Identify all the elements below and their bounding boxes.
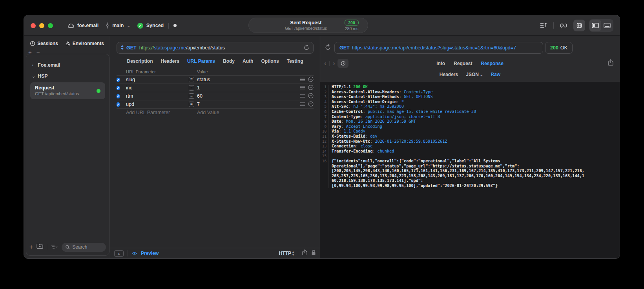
url-params-table: URL Parameter Value ✓slug=status✓inc=1✓r… [117,68,314,116]
code-line: 15 [320,154,620,159]
param-name-field[interactable]: slug [126,77,189,82]
request-list-item[interactable]: Request GET /api/embed/status [30,82,105,99]
response-viewer: GET https://statuspage.me/api/embed/stat… [320,36,620,258]
toolbar-divider [553,22,554,29]
line-content: X-Status-Now-Utc: 2026-01-26T20:29:59.85… [329,139,620,144]
add-value-placeholder[interactable]: Add Value [189,110,296,115]
export-response-icon[interactable] [608,59,613,67]
new-request-button[interactable]: + [29,244,33,251]
sync-status[interactable]: Synced [146,23,164,28]
toolbar-transfer-icon[interactable] [573,20,585,31]
param-value-field[interactable]: 60 [197,93,203,99]
line-number: 10 [320,129,329,134]
line-number: 6 [320,109,329,115]
code-line: 11X-Status-Build: dev [320,134,620,139]
remove-row-icon[interactable] [308,76,314,83]
drag-handle-icon[interactable] [300,77,305,82]
param-value-field[interactable]: 7 [197,102,200,107]
param-name-field[interactable]: rtm [126,93,189,99]
protocol-selector[interactable]: HTTP ▴▾ [279,251,294,256]
close-window-button[interactable] [31,23,36,28]
sort-list-icon[interactable] [51,244,58,251]
resend-icon[interactable] [325,44,331,52]
branch-chevron-icon[interactable]: ⌄ [127,24,130,28]
drag-handle-icon[interactable] [300,85,305,91]
response-status-code: 200 [550,45,558,51]
traffic-lights [31,23,53,28]
search-input[interactable]: Search [62,243,106,252]
editor-tab-options[interactable]: Options [261,58,279,64]
sessions-panel: › Foe.email ⌄ HSP Request GET /api/embed… [26,54,109,256]
response-subtab-headers[interactable]: Headers [440,72,458,77]
tree-group-foe-email[interactable]: › Foe.email [30,60,105,71]
branch-name[interactable]: main [112,23,124,28]
param-enabled-checkbox[interactable]: ✓ [117,102,120,107]
preview-button[interactable]: Preview [141,251,159,256]
line-number: 3 [320,95,329,100]
add-param-placeholder[interactable]: Add URL Parameter [126,110,189,115]
layout-bottombar-icon[interactable] [601,20,613,31]
code-line: 7Content-Type: application/json; charset… [320,115,620,120]
chevron-down-icon[interactable]: ⌄ [32,74,35,79]
line-content: Access-Control-Allow-Origin: * [329,100,620,105]
method-selector-icon[interactable] [121,45,124,51]
minimize-window-button[interactable] [39,23,44,28]
lock-icon[interactable] [311,250,316,257]
add-item-button[interactable]: + [28,49,32,55]
param-enabled-checkbox[interactable]: ✓ [117,94,120,98]
editor-tab-testing[interactable]: Testing [287,58,303,64]
line-number: 9 [320,124,329,129]
collapse-panel-icon[interactable]: ▲ [114,250,124,257]
add-param-row: Add URL ParameterAdd Value [117,108,314,116]
toolbar-sort-icon[interactable] [538,20,549,31]
tab-environments[interactable]: Environments [65,41,104,46]
remove-item-button[interactable]: − [36,49,40,55]
chevron-right-icon[interactable]: › [32,63,35,67]
toolbar-loop-icon[interactable] [558,20,569,31]
request-method[interactable]: GET [126,45,137,51]
sent-request-subtitle: GET /api/embed/status [272,26,340,31]
response-url-bar[interactable]: GET https://statuspage.me/api/embed/stat… [334,42,543,54]
response-body[interactable]: 1HTTP/1.1 200 OK2Access-Control-Allow-He… [320,82,620,258]
line-content: Date: Mon, 26 Jan 2026 20:29:59 GMT [329,119,620,124]
response-subtab-json[interactable]: JSON⌄ [466,72,483,77]
editor-tab-description[interactable]: Description [127,58,153,64]
line-number: 7 [320,115,329,120]
param-name-field[interactable]: upd [126,102,189,107]
response-tab-request[interactable]: Request [454,61,472,66]
drag-handle-icon[interactable] [300,102,305,107]
tab-sessions[interactable]: Sessions [30,41,58,46]
remove-row-icon[interactable] [308,93,314,100]
response-tab-response[interactable]: Response [481,61,503,66]
param-value-field[interactable]: 1 [197,85,200,91]
editor-tab-body[interactable]: Body [223,58,235,64]
request-url-bar[interactable]: GET https://statuspage.me/api/embed/stat… [117,42,314,54]
project-name[interactable]: foe.email [77,23,99,28]
remove-row-icon[interactable] [308,85,314,91]
param-enabled-checkbox[interactable]: ✓ [117,78,120,82]
line-number: 1 [320,85,329,90]
param-name-field[interactable]: inc [126,85,189,91]
sent-request-pill[interactable]: Sent Request GET /api/embed/status 200 2… [248,18,368,33]
editor-tab-auth[interactable]: Auth [243,58,253,64]
tree-group-hsp[interactable]: ⌄ HSP [30,71,105,82]
request-editor: GET https://statuspage.me/api/embed/stat… [110,36,320,258]
param-enabled-checkbox[interactable]: ✓ [117,86,120,90]
response-subtab-raw[interactable]: Raw [491,72,500,77]
drag-handle-icon[interactable] [300,93,305,99]
response-tab-info[interactable]: Info [436,61,445,66]
response-tabs: InfoRequestResponse [320,58,620,69]
editor-tab-url-params[interactable]: URL Params [187,58,215,64]
request-url[interactable]: https://statuspage.me/api/embed/status [139,45,225,51]
remove-row-icon[interactable] [308,101,314,108]
param-value-field[interactable]: status [197,77,210,82]
code-preview-icon: </> [132,251,137,256]
share-icon[interactable] [302,249,307,257]
search-icon [66,245,70,249]
new-folder-icon[interactable] [36,244,43,251]
editor-tab-headers[interactable]: Headers [161,58,179,64]
reload-icon[interactable] [304,44,309,51]
param-row-inc: ✓inc=1 [117,84,314,92]
layout-sidebar-icon[interactable] [589,20,601,31]
zoom-window-button[interactable] [48,23,53,28]
